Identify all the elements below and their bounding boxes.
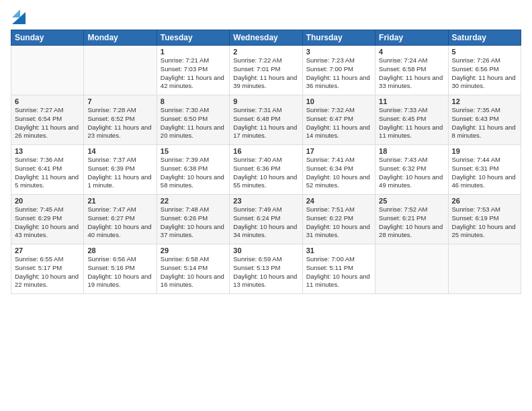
day-cell: 12Sunrise: 7:35 AMSunset: 6:43 PMDayligh… bbox=[448, 95, 521, 145]
svg-marker-1 bbox=[12, 9, 20, 17]
day-number: 26 bbox=[452, 197, 517, 205]
day-cell: 18Sunrise: 7:43 AMSunset: 6:32 PMDayligh… bbox=[375, 145, 448, 195]
sunrise-text: Sunrise: 7:43 AM bbox=[379, 156, 427, 163]
day-number: 5 bbox=[452, 48, 517, 56]
day-number: 9 bbox=[233, 97, 298, 105]
day-number: 3 bbox=[306, 48, 371, 56]
logo-icon bbox=[12, 5, 26, 24]
day-cell bbox=[448, 244, 521, 294]
sunrise-text: Sunrise: 7:32 AM bbox=[306, 106, 355, 113]
sunset-text: Sunset: 6:56 PM bbox=[452, 65, 499, 73]
daylight-text: Daylight: 10 hours and 34 minutes. bbox=[233, 223, 297, 239]
sunrise-text: Sunrise: 7:36 AM bbox=[15, 156, 63, 163]
week-row-4: 20Sunrise: 7:45 AMSunset: 6:29 PMDayligh… bbox=[11, 195, 521, 244]
calendar-table: SundayMondayTuesdayWednesdayThursdayFrid… bbox=[11, 30, 521, 294]
sunrise-text: Sunrise: 7:26 AM bbox=[452, 56, 500, 64]
day-cell: 23Sunrise: 7:49 AMSunset: 6:24 PMDayligh… bbox=[230, 195, 302, 244]
daylight-text: Daylight: 11 hours and 1 minute. bbox=[87, 173, 151, 189]
sunrise-text: Sunrise: 7:27 AM bbox=[15, 106, 63, 113]
daylight-text: Daylight: 11 hours and 8 minutes. bbox=[452, 124, 516, 140]
sunset-text: Sunset: 6:36 PM bbox=[233, 165, 280, 172]
sunset-text: Sunset: 7:03 PM bbox=[161, 65, 208, 73]
day-number: 13 bbox=[15, 147, 80, 155]
day-number: 2 bbox=[233, 48, 298, 56]
sunset-text: Sunset: 6:21 PM bbox=[379, 214, 426, 222]
daylight-text: Daylight: 10 hours and 55 minutes. bbox=[233, 173, 297, 189]
sunrise-text: Sunrise: 7:37 AM bbox=[87, 156, 136, 163]
daylight-text: Daylight: 11 hours and 36 minutes. bbox=[306, 74, 370, 90]
day-cell: 9Sunrise: 7:31 AMSunset: 6:48 PMDaylight… bbox=[230, 95, 302, 145]
daylight-text: Daylight: 11 hours and 11 minutes. bbox=[379, 124, 443, 140]
sunset-text: Sunset: 6:41 PM bbox=[15, 165, 62, 172]
daylight-text: Daylight: 10 hours and 25 minutes. bbox=[452, 223, 516, 239]
day-cell: 8Sunrise: 7:30 AMSunset: 6:50 PMDaylight… bbox=[157, 95, 229, 145]
sunrise-text: Sunrise: 7:23 AM bbox=[306, 56, 355, 64]
daylight-text: Daylight: 10 hours and 43 minutes. bbox=[15, 223, 79, 239]
day-cell: 11Sunrise: 7:33 AMSunset: 6:45 PMDayligh… bbox=[375, 95, 448, 145]
week-row-5: 27Sunrise: 6:55 AMSunset: 5:17 PMDayligh… bbox=[11, 244, 521, 294]
daylight-text: Daylight: 11 hours and 14 minutes. bbox=[306, 124, 370, 140]
daylight-text: Daylight: 10 hours and 49 minutes. bbox=[379, 173, 443, 189]
day-number: 7 bbox=[87, 97, 152, 105]
day-number: 10 bbox=[306, 97, 371, 105]
day-number: 6 bbox=[15, 97, 80, 105]
header-cell-sunday: Sunday bbox=[11, 30, 84, 46]
sunrise-text: Sunrise: 7:52 AM bbox=[379, 205, 427, 213]
logo bbox=[11, 8, 26, 24]
sunset-text: Sunset: 7:01 PM bbox=[233, 65, 280, 73]
day-cell: 20Sunrise: 7:45 AMSunset: 6:29 PMDayligh… bbox=[11, 195, 84, 244]
sunset-text: Sunset: 6:39 PM bbox=[87, 165, 134, 172]
day-cell bbox=[375, 244, 448, 294]
sunrise-text: Sunrise: 6:56 AM bbox=[87, 255, 136, 263]
sunset-text: Sunset: 7:00 PM bbox=[306, 65, 353, 73]
day-number: 8 bbox=[161, 97, 226, 105]
sunrise-text: Sunrise: 7:53 AM bbox=[452, 205, 500, 213]
header-cell-monday: Monday bbox=[84, 30, 157, 46]
day-cell: 7Sunrise: 7:28 AMSunset: 6:52 PMDaylight… bbox=[84, 95, 157, 145]
day-number: 27 bbox=[15, 246, 80, 255]
sunrise-text: Sunrise: 7:47 AM bbox=[87, 205, 136, 213]
daylight-text: Daylight: 11 hours and 30 minutes. bbox=[452, 74, 516, 90]
sunrise-text: Sunrise: 7:41 AM bbox=[306, 156, 355, 163]
day-number: 12 bbox=[452, 97, 517, 105]
sunset-text: Sunset: 6:38 PM bbox=[161, 165, 208, 172]
daylight-text: Daylight: 10 hours and 40 minutes. bbox=[87, 223, 151, 239]
day-number: 29 bbox=[161, 246, 226, 255]
day-number: 11 bbox=[379, 97, 444, 105]
day-number: 28 bbox=[87, 246, 152, 255]
sunset-text: Sunset: 6:19 PM bbox=[452, 214, 499, 222]
daylight-text: Daylight: 10 hours and 52 minutes. bbox=[306, 173, 370, 189]
sunrise-text: Sunrise: 6:59 AM bbox=[233, 255, 281, 263]
sunset-text: Sunset: 5:13 PM bbox=[233, 264, 280, 271]
sunrise-text: Sunrise: 7:21 AM bbox=[161, 56, 209, 64]
sunrise-text: Sunrise: 7:33 AM bbox=[379, 106, 427, 113]
day-cell: 1Sunrise: 7:21 AMSunset: 7:03 PMDaylight… bbox=[157, 46, 229, 95]
daylight-text: Daylight: 11 hours and 23 minutes. bbox=[87, 124, 151, 140]
page-header bbox=[11, 8, 521, 24]
day-cell: 25Sunrise: 7:52 AMSunset: 6:21 PMDayligh… bbox=[375, 195, 448, 244]
day-cell: 16Sunrise: 7:40 AMSunset: 6:36 PMDayligh… bbox=[230, 145, 302, 195]
sunset-text: Sunset: 5:17 PM bbox=[15, 264, 62, 271]
day-cell bbox=[84, 46, 157, 95]
sunset-text: Sunset: 6:32 PM bbox=[379, 165, 426, 172]
daylight-text: Daylight: 10 hours and 19 minutes. bbox=[87, 273, 151, 289]
daylight-text: Daylight: 11 hours and 42 minutes. bbox=[161, 74, 224, 90]
day-number: 16 bbox=[233, 147, 298, 155]
day-number: 17 bbox=[306, 147, 371, 155]
day-cell: 3Sunrise: 7:23 AMSunset: 7:00 PMDaylight… bbox=[302, 46, 375, 95]
day-cell: 15Sunrise: 7:39 AMSunset: 6:38 PMDayligh… bbox=[157, 145, 229, 195]
day-number: 24 bbox=[306, 197, 371, 205]
sunset-text: Sunset: 6:52 PM bbox=[87, 115, 134, 122]
header-cell-friday: Friday bbox=[375, 30, 448, 46]
day-number: 1 bbox=[161, 48, 226, 56]
day-number: 21 bbox=[87, 197, 152, 205]
day-cell: 22Sunrise: 7:48 AMSunset: 6:26 PMDayligh… bbox=[157, 195, 229, 244]
day-cell: 10Sunrise: 7:32 AMSunset: 6:47 PMDayligh… bbox=[302, 95, 375, 145]
sunrise-text: Sunrise: 6:55 AM bbox=[15, 255, 63, 263]
sunset-text: Sunset: 5:14 PM bbox=[161, 264, 208, 271]
header-cell-tuesday: Tuesday bbox=[157, 30, 229, 46]
day-cell: 24Sunrise: 7:51 AMSunset: 6:22 PMDayligh… bbox=[302, 195, 375, 244]
header-cell-saturday: Saturday bbox=[448, 30, 521, 46]
sunrise-text: Sunrise: 7:24 AM bbox=[379, 56, 427, 64]
day-cell: 19Sunrise: 7:44 AMSunset: 6:31 PMDayligh… bbox=[448, 145, 521, 195]
